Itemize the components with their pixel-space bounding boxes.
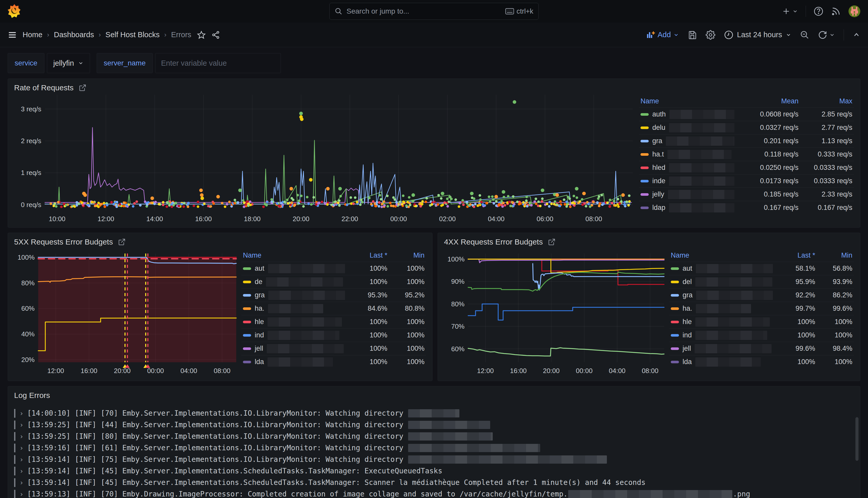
external-link-icon[interactable] (118, 238, 126, 246)
panel-title[interactable]: Log Errors (14, 391, 50, 400)
log-row[interactable]: ›[13:59:16] [INF] [61] Emby.Server.Imple… (14, 442, 854, 454)
legend-row[interactable]: inde0.0173 req/s0.0333 req/s (639, 174, 854, 187)
legend-row[interactable]: hle100%100% (241, 315, 426, 328)
legend-row[interactable]: auth0.0608 req/s2.85 req/s (639, 107, 854, 121)
search-icon (335, 8, 343, 15)
expand-chevron-icon[interactable]: › (19, 467, 27, 475)
legend-row[interactable]: ha.t0.118 req/s0.333 req/s (639, 147, 854, 161)
share-button[interactable] (211, 30, 220, 39)
legend-row[interactable]: ind100%100% (669, 328, 854, 342)
legend-row[interactable]: hle100%100% (669, 315, 854, 328)
expand-chevron-icon[interactable]: › (19, 479, 27, 486)
log-row[interactable]: ›[13:59:25] [INF] [80] Emby.Server.Imple… (14, 431, 854, 442)
legend-value: 98.4% (815, 344, 852, 353)
hamburger-icon (8, 30, 17, 40)
grafana-logo[interactable] (8, 4, 21, 19)
legend-column-min[interactable]: Min (815, 251, 852, 259)
legend-row[interactable]: jell100%100% (241, 342, 426, 355)
legend-value: 0.167 req/s (734, 204, 799, 212)
legend-row[interactable]: delu0.0327 req/s2.77 req/s (639, 121, 854, 134)
expand-chevron-icon[interactable]: › (19, 421, 27, 429)
redacted-name (267, 344, 344, 353)
add-panel-button[interactable]: Add (646, 30, 679, 40)
timeseries-chart-rate[interactable]: 10:0012:0014:0016:0018:0020:0022:0000:00… (11, 93, 637, 225)
breadcrumb-home[interactable]: Home (23, 30, 42, 39)
legend-column-mean[interactable]: Mean (734, 97, 799, 105)
legend-row[interactable]: ind100%100% (241, 328, 426, 342)
variable-select-service[interactable]: jellyfin (47, 53, 90, 73)
log-level-bar (14, 444, 15, 452)
panel-title[interactable]: Rate of Requests (14, 83, 74, 92)
timeseries-chart-5xx[interactable]: 12:0016:0020:0000:0004:0008:0020%40%60%8… (11, 247, 239, 379)
legend-column-name[interactable]: Name (243, 251, 345, 259)
dashboard-settings-button[interactable] (706, 30, 716, 40)
legend-column-last[interactable]: Last * (773, 251, 815, 259)
series-color-swatch (671, 361, 679, 363)
legend-row[interactable]: de100%100% (241, 275, 426, 288)
legend-row[interactable]: del95.9%93.9% (669, 275, 854, 288)
new-button[interactable] (782, 7, 798, 15)
legend-column-name[interactable]: Name (640, 97, 734, 105)
breadcrumb-folder[interactable]: Self Host Blocks (105, 30, 160, 39)
save-dashboard-button[interactable] (688, 30, 697, 40)
refresh-button[interactable] (818, 30, 835, 40)
breadcrumb-dashboards[interactable]: Dashboards (54, 30, 94, 39)
legend-value: 0.0333 req/s (799, 164, 852, 172)
legend-row[interactable]: lda100%100% (241, 355, 426, 368)
panel-title[interactable]: 4XX Requests Error Budgets (444, 238, 543, 246)
svg-text:60%: 60% (21, 304, 35, 312)
log-row[interactable]: ›[13:59:13] [INF] [70] Emby.Drawing.Imag… (14, 488, 854, 498)
legend-table-4xx: NameLast *Minaut58.1%56.8%del95.9%93.9%g… (667, 247, 857, 379)
external-link-icon[interactable] (548, 238, 556, 246)
legend-row[interactable]: gra95.3%95.2% (241, 288, 426, 302)
variable-input-server-name[interactable] (155, 53, 281, 73)
log-row[interactable]: ›[14:00:10] [INF] [70] Emby.Server.Imple… (14, 407, 854, 419)
legend-value: 86.2% (815, 291, 852, 299)
legend-column-max[interactable]: Max (799, 97, 852, 105)
legend-row[interactable]: ldap0.167 req/s0.167 req/s (639, 201, 854, 214)
legend-row[interactable]: aut58.1%56.8% (669, 262, 854, 275)
news-button[interactable] (831, 6, 841, 16)
legend-row[interactable]: hled0.0250 req/s0.0333 req/s (639, 161, 854, 174)
legend-column-min[interactable]: Min (387, 251, 425, 259)
timeseries-chart-4xx[interactable]: 12:0016:0020:0000:0004:0008:0060%70%80%9… (440, 247, 667, 379)
series-name: lda (683, 358, 692, 366)
search-input[interactable]: Search or jump to... ctrl+k (329, 3, 539, 20)
expand-chevron-icon[interactable]: › (19, 409, 27, 417)
series-name: inde (652, 177, 665, 185)
legend-row[interactable]: jelly0.185 req/s2.33 req/s (639, 187, 854, 201)
legend-column-last[interactable]: Last * (345, 251, 387, 259)
expand-chevron-icon[interactable]: › (19, 444, 27, 452)
legend-row[interactable]: aut100%100% (241, 262, 426, 275)
avatar[interactable] (849, 5, 860, 17)
legend-row[interactable]: gra0.201 req/s1.13 req/s (639, 134, 854, 147)
mega-menu-toggle[interactable] (8, 30, 17, 40)
variable-label-service: service (8, 53, 44, 73)
legend-table-5xx: NameLast *Minaut100%100%de100%100%gra95.… (239, 247, 430, 379)
expand-chevron-icon[interactable]: › (19, 433, 27, 440)
log-row[interactable]: ›[13:59:14] [INF] [45] Emby.Server.Imple… (14, 477, 854, 488)
legend-row[interactable]: ha.84.6%80.8% (241, 302, 426, 315)
scrollbar-thumb[interactable] (855, 417, 858, 461)
favorite-button[interactable] (197, 30, 206, 39)
panel-title[interactable]: 5XX Requests Error Budgets (14, 238, 113, 246)
legend-row[interactable]: jell99.6%98.4% (669, 342, 854, 355)
legend-row[interactable]: ha.99.7%99.6% (669, 302, 854, 315)
legend-row[interactable]: lda100%100% (669, 355, 854, 368)
help-button[interactable] (814, 6, 823, 16)
log-row[interactable]: ›[13:59:25] [INF] [44] Emby.Server.Imple… (14, 419, 854, 431)
expand-chevron-icon[interactable]: › (19, 490, 27, 498)
external-link-icon[interactable] (79, 84, 86, 92)
legend-row[interactable]: gra92.2%86.2% (669, 288, 854, 302)
series-name: del (683, 278, 692, 286)
svg-text:12:00: 12:00 (48, 367, 64, 375)
expand-chevron-icon[interactable]: › (19, 456, 27, 463)
series-name: aut (683, 264, 692, 273)
zoom-out-time-button[interactable] (800, 30, 809, 40)
log-row[interactable]: ›[13:59:14] [INF] [45] Emby.Server.Imple… (14, 465, 854, 477)
log-row[interactable]: ›[13:59:14] [INF] [75] Emby.Server.Imple… (14, 454, 854, 465)
kiosk-toggle-button[interactable] (853, 31, 860, 39)
legend-column-name[interactable]: Name (671, 251, 773, 259)
legend-header: NameLast *Min (241, 249, 426, 262)
time-range-picker[interactable]: Last 24 hours (724, 30, 791, 40)
